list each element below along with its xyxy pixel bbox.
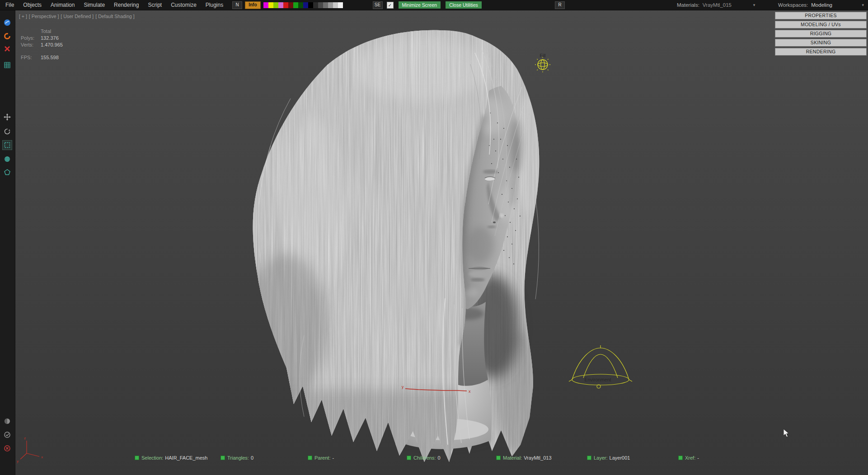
check-sphere-icon[interactable] <box>3 430 12 439</box>
status-dot <box>587 456 591 460</box>
status-dot <box>308 456 312 460</box>
tab-properties[interactable]: PROPERTIES <box>775 12 867 19</box>
materials-label: Materials: <box>677 2 699 8</box>
menu-script[interactable]: Script <box>143 0 166 10</box>
close-utilities-button[interactable]: Close Utilities <box>446 1 482 9</box>
menu-plugins[interactable]: Plugins <box>201 0 228 10</box>
menu-animation[interactable]: Animation <box>46 0 79 10</box>
tab-rendering[interactable]: RENDERING <box>775 48 867 56</box>
status-layer: Layer:Layer001 <box>587 455 630 461</box>
sphere-tool-icon[interactable] <box>3 155 12 164</box>
color-swatch[interactable] <box>328 2 333 8</box>
axis-x-label: x <box>469 389 471 394</box>
menu-objects[interactable]: Objects <box>19 0 46 10</box>
fill-light-gizmo[interactable]: Fill <box>535 53 550 72</box>
color-swatch[interactable] <box>288 2 293 8</box>
menu-file[interactable]: File <box>0 0 19 10</box>
vp-plus-button[interactable]: [ + ] <box>19 14 27 19</box>
info-button[interactable]: Info <box>245 1 260 9</box>
stats-total-header: Total <box>41 28 63 35</box>
move-tool-icon[interactable] <box>3 113 12 122</box>
color-swatch[interactable] <box>318 2 323 8</box>
viewport-3d-scene: Fill Environment y x z x y <box>15 10 868 475</box>
workspaces-dropdown[interactable]: Workspaces: Modeling ▾ <box>778 1 864 9</box>
viewport-header: [ + ] [ Perspective ] [ User Defined ] [… <box>19 14 135 19</box>
fill-light-label: Fill <box>540 53 546 58</box>
axis-y-label: y <box>402 385 404 389</box>
menu-rendering[interactable]: Rendering <box>109 0 143 10</box>
color-swatch-strip <box>263 2 343 8</box>
viewport-stats: Total Polys:132.376 Verts:1.470.965 FPS:… <box>21 28 63 61</box>
workspaces-value: Modeling <box>811 2 832 8</box>
left-toolbar <box>0 10 15 475</box>
tripod-x-label: x <box>41 455 43 459</box>
status-xref: Xref:- <box>678 455 699 461</box>
checkbox-icon[interactable]: ✓ <box>387 2 394 9</box>
color-swatch[interactable] <box>323 2 328 8</box>
verts-label: Verts: <box>21 42 36 48</box>
polys-value: 132.376 <box>41 35 59 41</box>
se-button[interactable]: SE <box>373 1 383 9</box>
environment-label: Environment <box>585 377 611 382</box>
status-triangles: Triangles:0 <box>221 455 253 461</box>
color-swatch[interactable] <box>263 2 268 8</box>
top-menubar: File Objects Animation Simulate Renderin… <box>0 0 868 10</box>
tripod-y-label: y <box>17 459 19 463</box>
vp-shading-label[interactable]: [ Default Shading ] <box>95 14 134 19</box>
color-swatch[interactable] <box>308 2 313 8</box>
r-button[interactable]: R <box>555 1 565 9</box>
minimize-screen-button[interactable]: Minimize Screen <box>399 1 441 9</box>
logo-blue-icon[interactable] <box>3 18 12 27</box>
tab-modeling-uvs[interactable]: MODELING / UVs <box>775 21 867 28</box>
menu-simulate[interactable]: Simulate <box>79 0 109 10</box>
status-selection: Selection:HAIR_FACE_mesh <box>135 455 207 461</box>
viewport-3d[interactable]: Fill Environment y x z x y [ + ] [ Persp… <box>15 10 868 475</box>
logo-orange-icon[interactable] <box>3 32 12 41</box>
remove-sphere-icon[interactable] <box>3 444 12 453</box>
select-marquee-icon[interactable] <box>2 140 12 150</box>
fps-value: 155.598 <box>41 55 59 60</box>
chevron-down-icon: ▾ <box>753 3 755 7</box>
color-swatch[interactable] <box>303 2 308 8</box>
status-parent: Parent:- <box>308 455 334 461</box>
status-dot <box>135 456 139 460</box>
grid-tool-icon[interactable] <box>3 61 12 70</box>
color-swatch[interactable] <box>338 2 343 8</box>
color-swatch[interactable] <box>268 2 273 8</box>
status-dot <box>496 456 501 460</box>
color-swatch[interactable] <box>333 2 338 8</box>
vp-userdefined-label[interactable]: [ User Defined ] <box>61 14 94 19</box>
materials-value: VrayMtl_015 <box>703 2 753 8</box>
color-swatch[interactable] <box>278 2 283 8</box>
menu-customize[interactable]: Customize <box>166 0 201 10</box>
materials-dropdown[interactable]: Materials: VrayMtl_015 ▾ <box>677 1 755 9</box>
tab-rigging[interactable]: RIGGING <box>775 30 867 38</box>
shaded-sphere-icon[interactable] <box>3 417 12 426</box>
chevron-down-icon: ▾ <box>862 3 864 7</box>
n-button[interactable]: N <box>232 1 242 9</box>
rotate-tool-icon[interactable] <box>3 127 12 136</box>
color-swatch[interactable] <box>283 2 288 8</box>
tab-skining[interactable]: SKINING <box>775 39 867 47</box>
fps-label: FPS: <box>21 54 36 61</box>
polygon-tool-icon[interactable] <box>3 168 12 177</box>
color-swatch[interactable] <box>298 2 303 8</box>
status-dot <box>678 456 683 460</box>
vp-camera-label[interactable]: [ Perspective ] <box>29 14 59 19</box>
color-swatch[interactable] <box>293 2 298 8</box>
axis-tripod: z x y <box>17 436 43 463</box>
polys-label: Polys: <box>21 35 36 42</box>
workspaces-label: Workspaces: <box>778 2 808 8</box>
close-x-icon[interactable] <box>3 44 12 53</box>
status-dot <box>221 456 225 460</box>
model-head[interactable] <box>241 24 548 475</box>
environment-gizmo[interactable]: Environment <box>569 345 632 388</box>
color-swatch[interactable] <box>313 2 318 8</box>
verts-value: 1.470.965 <box>41 42 63 47</box>
status-dot <box>407 456 411 460</box>
color-swatch[interactable] <box>273 2 278 8</box>
status-material: Material:VrayMtl_013 <box>496 455 552 461</box>
status-childrens: Childrens:0 <box>407 455 441 461</box>
workspace-tab-dock: PROPERTIES MODELING / UVs RIGGING SKININ… <box>775 12 867 57</box>
tripod-z-label: z <box>24 436 26 440</box>
